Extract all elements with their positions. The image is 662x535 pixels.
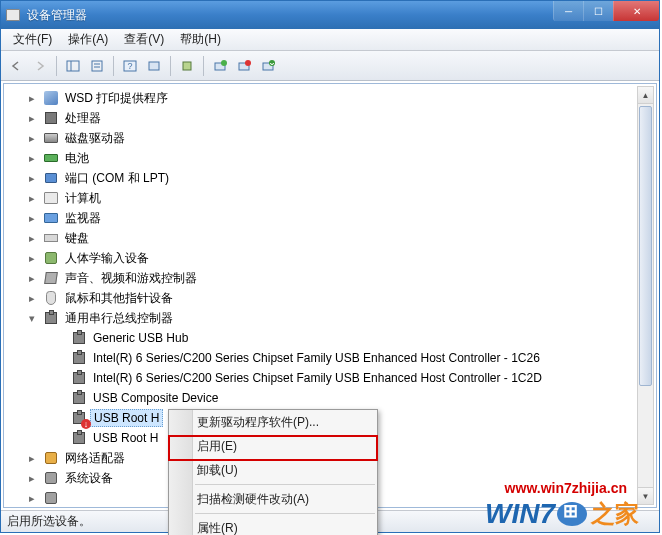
expand-icon[interactable]: ▸ <box>22 272 42 285</box>
properties-button[interactable] <box>86 55 108 77</box>
menu-scan-hardware[interactable]: 扫描检测硬件改动(A) <box>169 487 377 511</box>
expand-icon[interactable]: ▸ <box>22 472 42 485</box>
tree-node-label: 端口 (COM 和 LPT) <box>62 169 172 188</box>
tree-node[interactable]: ▸监视器 <box>4 208 656 228</box>
cpu-icon <box>42 110 60 126</box>
tree-node-label <box>62 497 68 499</box>
sound-icon <box>42 270 60 286</box>
tree-node-label: 声音、视频和游戏控制器 <box>62 269 200 288</box>
mouse-icon <box>42 290 60 306</box>
tree-node-label: Intel(R) 6 Series/C200 Series Chipset Fa… <box>90 350 543 366</box>
expand-icon[interactable]: ▸ <box>22 292 42 305</box>
menu-action[interactable]: 操作(A) <box>60 29 116 50</box>
device-icon <box>42 90 60 106</box>
watermark-logo: WIN7 之家 <box>485 498 639 530</box>
show-hide-tree-button[interactable] <box>62 55 84 77</box>
tree-node-label: 通用串行总线控制器 <box>62 309 176 328</box>
close-button[interactable]: ✕ <box>613 1 659 21</box>
expand-icon[interactable]: ▸ <box>22 152 42 165</box>
menu-update-driver[interactable]: 更新驱动程序软件(P)... <box>169 410 377 434</box>
usb-device-icon <box>70 410 88 426</box>
scan-hardware-button[interactable] <box>257 55 279 77</box>
expand-icon[interactable]: ▸ <box>22 492 42 505</box>
menu-properties[interactable]: 属性(R) <box>169 516 377 535</box>
maximize-button[interactable]: ☐ <box>583 1 613 21</box>
menu-file[interactable]: 文件(F) <box>5 29 60 50</box>
tree-node[interactable]: ▸计算机 <box>4 188 656 208</box>
tree-node-label: 计算机 <box>62 189 104 208</box>
menu-separator <box>195 513 375 514</box>
menu-help[interactable]: 帮助(H) <box>172 29 229 50</box>
tree-node[interactable]: ▸Generic USB Hub <box>4 328 656 348</box>
status-text: 启用所选设备。 <box>7 513 91 530</box>
separator <box>203 56 204 76</box>
menu-view[interactable]: 查看(V) <box>116 29 172 50</box>
enable-button[interactable] <box>209 55 231 77</box>
uninstall-button[interactable] <box>233 55 255 77</box>
keyboard-icon <box>42 230 60 246</box>
svg-point-12 <box>245 60 251 66</box>
vertical-scrollbar[interactable]: ▲ ▼ <box>637 86 654 505</box>
tree-node-label: Generic USB Hub <box>90 330 191 346</box>
expand-icon[interactable]: ▸ <box>22 132 42 145</box>
titlebar[interactable]: 设备管理器 ─ ☐ ✕ <box>1 1 659 29</box>
logo-main: WIN7 <box>485 498 555 530</box>
tree-node[interactable]: ▸Intel(R) 6 Series/C200 Series Chipset F… <box>4 368 656 388</box>
menu-enable[interactable]: 启用(E) <box>169 434 377 458</box>
net-icon <box>42 450 60 466</box>
menu-separator <box>195 484 375 485</box>
separator <box>113 56 114 76</box>
computer-icon <box>42 190 60 206</box>
tree-node[interactable]: ▸鼠标和其他指针设备 <box>4 288 656 308</box>
view-button[interactable] <box>143 55 165 77</box>
disk-icon <box>42 130 60 146</box>
svg-rect-0 <box>67 61 79 71</box>
tree-node-label: WSD 打印提供程序 <box>62 89 171 108</box>
window-buttons: ─ ☐ ✕ <box>553 1 659 21</box>
expand-icon[interactable]: ▸ <box>22 252 42 265</box>
expand-icon[interactable]: ▸ <box>22 172 42 185</box>
expand-icon[interactable]: ▸ <box>22 112 42 125</box>
tree-node-label: 电池 <box>62 149 92 168</box>
forward-button[interactable] <box>29 55 51 77</box>
scroll-up-button[interactable]: ▲ <box>638 87 653 104</box>
logo-sub: 之家 <box>591 498 639 530</box>
tree-node[interactable]: ▸端口 (COM 和 LPT) <box>4 168 656 188</box>
tree-node[interactable]: ▸电池 <box>4 148 656 168</box>
tree-node-label: 监视器 <box>62 209 104 228</box>
scroll-thumb[interactable] <box>639 106 652 386</box>
expand-icon[interactable]: ▸ <box>22 192 42 205</box>
tree-node-label: 键盘 <box>62 229 92 248</box>
tree-node-label: Intel(R) 6 Series/C200 Series Chipset Fa… <box>90 370 545 386</box>
menu-uninstall[interactable]: 卸载(U) <box>169 458 377 482</box>
battery-icon <box>42 150 60 166</box>
tree-node-label: USB Composite Device <box>90 390 221 406</box>
tree-node[interactable]: ▸声音、视频和游戏控制器 <box>4 268 656 288</box>
app-icon <box>5 7 21 23</box>
expand-icon[interactable]: ▸ <box>22 92 42 105</box>
tree-node-label: USB Root H <box>90 409 163 427</box>
tree-node[interactable]: ▸人体学输入设备 <box>4 248 656 268</box>
expand-icon[interactable]: ▸ <box>22 212 42 225</box>
windows-flag-icon <box>557 502 587 526</box>
context-menu: 更新驱动程序软件(P)... 启用(E) 卸载(U) 扫描检测硬件改动(A) 属… <box>168 409 378 535</box>
help-button[interactable]: ? <box>119 55 141 77</box>
tree-node-label: 人体学输入设备 <box>62 249 152 268</box>
tree-node[interactable]: ▸键盘 <box>4 228 656 248</box>
tree-node[interactable]: ▸Intel(R) 6 Series/C200 Series Chipset F… <box>4 348 656 368</box>
tree-node[interactable]: ▸磁盘驱动器 <box>4 128 656 148</box>
toolbar: ? <box>1 51 659 81</box>
tree-node[interactable]: ▸WSD 打印提供程序 <box>4 88 656 108</box>
back-button[interactable] <box>5 55 27 77</box>
monitor-icon <box>42 210 60 226</box>
tree-node[interactable]: ▾通用串行总线控制器 <box>4 308 656 328</box>
tree-node[interactable]: ▸处理器 <box>4 108 656 128</box>
update-driver-button[interactable] <box>176 55 198 77</box>
minimize-button[interactable]: ─ <box>553 1 583 21</box>
expand-icon[interactable]: ▸ <box>22 452 42 465</box>
expand-icon[interactable]: ▸ <box>22 232 42 245</box>
scroll-down-button[interactable]: ▼ <box>638 487 653 504</box>
collapse-icon[interactable]: ▾ <box>22 312 42 325</box>
svg-point-14 <box>269 60 275 66</box>
tree-node[interactable]: ▸USB Composite Device <box>4 388 656 408</box>
